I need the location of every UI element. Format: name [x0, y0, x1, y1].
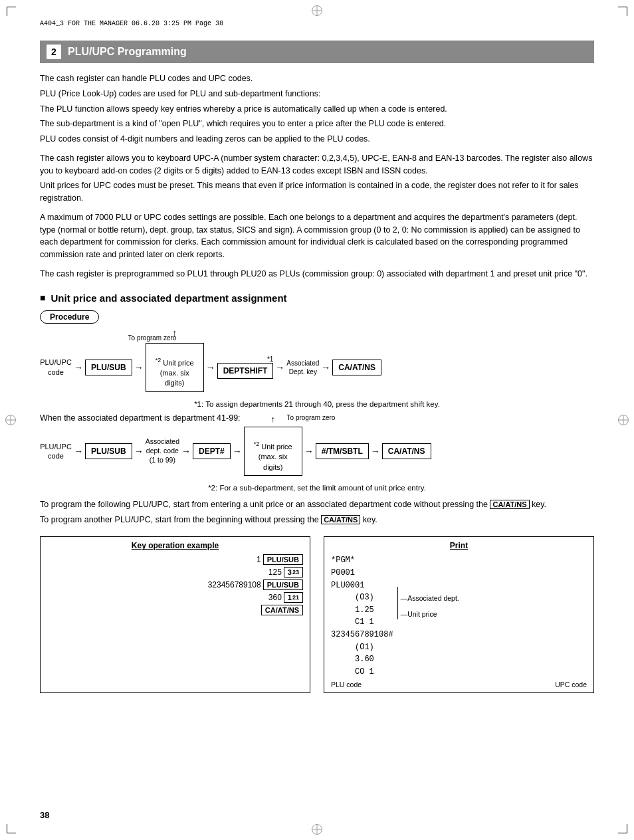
ann-upc-code: UPC code	[555, 681, 587, 688]
intro-p1: The cash register can handle PLU codes a…	[40, 72, 594, 85]
corner-bl	[7, 824, 16, 833]
print-box: Print *PGM* P0001 PLU0001 (O3) 1.25 C1 1…	[324, 536, 594, 693]
flow1-label-left: PLU/UPCcode	[40, 358, 72, 377]
flow2-label-left: PLU/UPCcode	[40, 442, 72, 461]
footnote1: *1: To assign departments 21 through 40,…	[40, 400, 594, 408]
corner-br	[618, 824, 627, 833]
header-text: A404_3 FOR THE MANAGER 06.6.20 3:25 PM P…	[40, 20, 223, 27]
ann-bracket-unit	[397, 609, 399, 619]
key-op-line-1: 1 PLU/SUB	[47, 554, 303, 565]
key-op-num-2: 125	[268, 568, 282, 577]
intro-p2: PLU (Price Look-Up) codes are used for P…	[40, 88, 594, 100]
corner-tr	[618, 7, 627, 16]
para3-block: A maximum of 7000 PLU or UPC codes setti…	[40, 211, 594, 261]
flow-diagram-2: PLU/UPCcode → PLU/SUB → Associateddept. …	[40, 427, 594, 480]
procedure-badge: Procedure	[40, 310, 99, 324]
flow2-arrow4: →	[233, 446, 242, 457]
flow2-main-row: PLU/UPCcode → PLU/SUB → Associateddept. …	[40, 427, 594, 476]
para2-p2: Unit prices for UPC codes must be preset…	[40, 179, 594, 205]
print-line-o3: (O3)	[331, 591, 393, 604]
crosshair-bottom	[312, 824, 322, 835]
flow2-dept-box: DEPT#	[193, 443, 231, 459]
flow1-box-plusub: PLU/SUB	[85, 360, 132, 375]
flow1-main-row: PLU/UPCcode → PLU/SUB → ↑ *2 Unit price(…	[40, 343, 594, 392]
inline-caatns-1: CA/AT/NS	[490, 500, 529, 509]
intro-p5: PLU codes consist of 4-digit numbers and…	[40, 133, 594, 146]
key-op-num-4: 360	[268, 593, 282, 602]
intro-p4: The sub-department is a kind of "open PL…	[40, 118, 594, 130]
inline-caatns-2: CA/AT/NS	[321, 515, 360, 524]
flow1-star1: *1	[267, 356, 273, 363]
intro-block-1: The cash register can handle PLU codes a…	[40, 72, 594, 146]
crosshair-left	[5, 415, 16, 425]
key-btn-plusub-1: PLU/SUB	[263, 554, 303, 565]
flow1-arrow2: →	[134, 362, 144, 373]
flow2-arrow6: →	[371, 446, 380, 457]
examples-container: Key operation example 1 PLU/SUB 125 323 …	[40, 536, 594, 693]
key-btn-1: 121	[284, 592, 303, 603]
flow1-deptshift-box: DEPTSHIFT	[217, 363, 274, 379]
flow2-arrow1: →	[74, 446, 83, 457]
key-btn-sup-3: 23	[292, 569, 299, 576]
flow2-caatns-box: CA/AT/NS	[382, 443, 431, 459]
para2-block: The cash register allows you to keyboard…	[40, 152, 594, 205]
print-line-plu0001: PLU0001	[331, 579, 393, 592]
page-number: 38	[40, 810, 49, 820]
unit-price-heading-text: Unit price and associated department ass…	[51, 292, 286, 304]
section-number: 2	[47, 45, 61, 59]
para5-line1: To program the following PLU/UPC, start …	[40, 498, 594, 511]
ann-unit-price-row: —Unit price	[397, 609, 459, 619]
flow2-unit-price-box: *2 Unit price(max. six digits)	[244, 427, 302, 476]
flow1-arrow4: →	[275, 362, 284, 373]
print-line-upc: 323456789108#	[331, 629, 393, 641]
print-line-co1: CO 1	[331, 666, 393, 679]
key-btn-plusub-2: PLU/SUB	[263, 579, 303, 590]
ann-assoc-dept-text: —Associated dept.	[401, 594, 459, 602]
key-op-header: Key operation example	[47, 541, 303, 550]
key-op-num-1: 1	[257, 555, 261, 564]
print-bottom-annotations: PLU code UPC code	[331, 681, 587, 688]
para4-p: The cash register is preprogrammed so PL…	[40, 268, 594, 280]
key-op-line-5: CA/AT/NS	[47, 605, 303, 615]
crosshair-top	[312, 5, 322, 16]
para3-p1: A maximum of 7000 PLU or UPC codes setti…	[40, 211, 594, 261]
para5-line2: To program another PLU/UPC, start from t…	[40, 514, 594, 526]
print-line-360: 3.60	[331, 653, 393, 666]
flow1-arrow5: →	[321, 362, 330, 373]
flow2-unit-price-group: ↑ *2 Unit price(max. six digits)	[244, 427, 302, 476]
key-op-num-3: 323456789108	[208, 580, 261, 589]
print-line-o1: (O1)	[331, 641, 393, 654]
flow1-deptshift-group: *1 DEPTSHIFT	[217, 356, 274, 379]
key-op-line-2: 125 323	[47, 567, 303, 578]
key-op-box: Key operation example 1 PLU/SUB 125 323 …	[40, 536, 310, 693]
header-bar: A404_3 FOR THE MANAGER 06.6.20 3:25 PM P…	[40, 20, 594, 27]
key-btn-sup-1: 21	[292, 594, 299, 601]
print-text-col: *PGM* P0001 PLU0001 (O3) 1.25 C1 1 32345…	[331, 554, 393, 678]
ann-unit-price-text: —Unit price	[401, 610, 437, 618]
flow1-arrow1: →	[74, 362, 83, 373]
intro-p3: The PLU function allows speedy key entri…	[40, 103, 594, 116]
para4-block: The cash register is preprogrammed so PL…	[40, 268, 594, 280]
flow2-to-program-zero: To program zero	[287, 414, 336, 421]
print-line-p0001: P0001	[331, 567, 393, 579]
flow1-to-program-zero-label: To program zero	[128, 334, 177, 342]
key-op-line-3: 323456789108 PLU/SUB	[47, 579, 303, 590]
page: A404_3 FOR THE MANAGER 06.6.20 3:25 PM P…	[0, 0, 634, 840]
section-title: PLU/UPC Programming	[68, 46, 187, 58]
crosshair-right	[618, 415, 629, 425]
key-btn-3: 323	[284, 567, 303, 578]
print-line-125: 1.25	[331, 604, 393, 617]
flow1-assoc-label: AssociatedDept. key	[286, 359, 319, 376]
print-content-area: *PGM* P0001 PLU0001 (O3) 1.25 C1 1 32345…	[331, 554, 587, 678]
flow2-arrow3: →	[181, 446, 191, 457]
flow2-arrow5: →	[304, 446, 314, 457]
ann-spacer-1	[397, 554, 459, 587]
ann-assoc-dept-row: —Associated dept.	[397, 587, 459, 609]
key-op-line-4: 360 121	[47, 592, 303, 603]
para2-p1: The cash register allows you to keyboard…	[40, 152, 594, 177]
flow2-tmsbtl-box: #/TM/SBTL	[316, 443, 369, 459]
print-line-pgm: *PGM*	[331, 554, 393, 567]
flow1-arrow3: →	[206, 362, 215, 373]
unit-price-heading: Unit price and associated department ass…	[40, 292, 594, 304]
print-line-c11: C1 1	[331, 616, 393, 629]
